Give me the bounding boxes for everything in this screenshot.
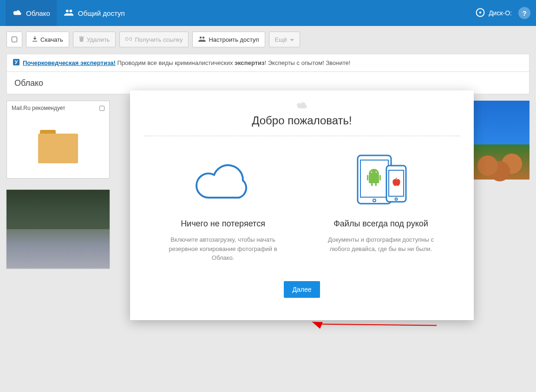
help-icon: ? [522, 9, 526, 17]
modal-title: Добро пожаловать! [149, 114, 455, 127]
app-header: Облако Общий доступ Диск-О: ? [0, 0, 536, 26]
help-button[interactable]: ? [518, 7, 530, 19]
ad-text-1: Проводим все виды криминалистических [116, 59, 235, 66]
tab-shared-label: Общий доступ [78, 9, 125, 17]
disko-icon [476, 8, 485, 19]
item-checkbox[interactable] [99, 106, 105, 111]
download-button[interactable]: Скачать [26, 32, 69, 47]
svg-rect-18 [375, 183, 377, 186]
tab-shared-access[interactable]: Общий доступ [58, 0, 131, 26]
link-icon [125, 36, 132, 43]
next-button[interactable]: Далее [284, 281, 320, 298]
toolbar: Скачать Удалить Получить ссылку Настроит… [0, 26, 536, 52]
ad-link[interactable]: Почерковедческая экспертиза! [23, 59, 116, 66]
svg-point-5 [200, 36, 202, 39]
folder-mailru-recommends[interactable]: Mail.Ru рекомендует [7, 101, 110, 179]
feature-backup: Ничего не потеряется Включите автозагруз… [149, 150, 297, 263]
folder-label: Mail.Ru рекомендует [12, 105, 65, 111]
cloud-outline-icon [158, 150, 288, 211]
tab-cloud-label: Облако [26, 9, 50, 17]
svg-point-11 [373, 199, 376, 202]
image-thumbnail-1[interactable] [7, 190, 110, 269]
cloud-icon [12, 9, 22, 18]
divider [144, 135, 460, 136]
feature-anywhere-title: Файлы всегда под рукой [316, 219, 446, 229]
svg-rect-15 [367, 175, 368, 180]
svg-point-14 [376, 172, 377, 173]
trash-icon [79, 36, 84, 43]
people-icon [198, 36, 206, 43]
feature-backup-desc: Включите автозагрузку, чтобы начать резе… [167, 235, 279, 263]
cloud-icon [149, 101, 455, 110]
svg-rect-12 [369, 174, 379, 183]
svg-point-13 [371, 172, 373, 173]
chevron-down-icon [290, 36, 294, 43]
ad-bold: экспертиз [235, 59, 264, 66]
select-all-checkbox[interactable] [7, 32, 22, 47]
ad-icon: У [13, 58, 20, 67]
delete-button: Удалить [73, 32, 116, 47]
download-icon [32, 36, 38, 43]
welcome-modal: Добро пожаловать! Ничего не потеряется В… [130, 90, 474, 320]
feature-anywhere: Файлы всегда под рукой Документы и фотог… [307, 150, 455, 263]
feature-backup-title: Ничего не потеряется [158, 219, 288, 229]
disko-link[interactable]: Диск-О: [476, 8, 512, 19]
disko-label: Диск-О: [489, 9, 512, 17]
breadcrumb-current[interactable]: Облако [14, 78, 43, 88]
svg-point-3 [479, 11, 481, 13]
svg-rect-17 [371, 183, 373, 186]
svg-rect-4 [33, 41, 37, 42]
svg-text:У: У [15, 59, 18, 65]
get-link-button: Получить ссылку [119, 32, 189, 47]
svg-point-0 [66, 9, 69, 12]
devices-icon [316, 150, 446, 211]
people-icon [64, 9, 74, 18]
svg-point-6 [203, 36, 205, 39]
configure-access-button[interactable]: Настроить доступ [192, 32, 265, 47]
svg-rect-16 [379, 175, 381, 180]
feature-anywhere-desc: Документы и фотографии доступны с любого… [325, 235, 437, 253]
folder-icon [38, 130, 78, 163]
tab-cloud[interactable]: Облако [6, 0, 57, 26]
svg-marker-23 [312, 319, 324, 331]
image-thumbnail-2[interactable] [474, 101, 529, 180]
more-button: Ещё [269, 32, 301, 47]
svg-point-1 [69, 9, 72, 12]
ad-banner[interactable]: У Почерковедческая экспертиза! Проводим … [7, 54, 529, 72]
ad-text-2: ! Эксперты с опытом! Звоните! [265, 59, 351, 66]
